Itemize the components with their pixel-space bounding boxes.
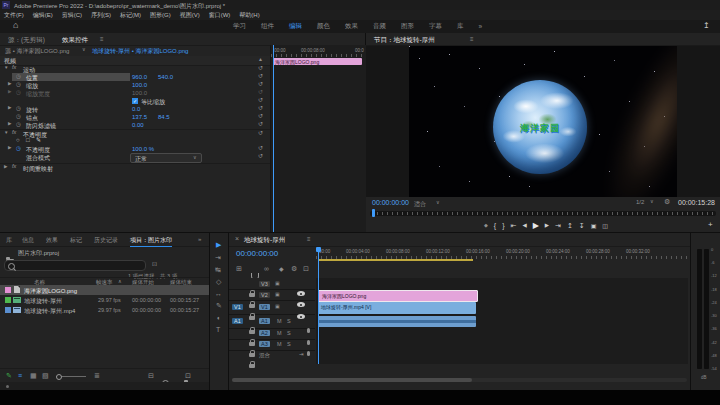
step-back-icon[interactable]: ◀ bbox=[522, 223, 526, 229]
workspace-tab-editing[interactable]: 编辑 bbox=[289, 22, 302, 31]
step-forward-icon[interactable]: ▶ bbox=[545, 223, 549, 229]
panel-menu-icon[interactable]: ≡ bbox=[470, 36, 474, 42]
tab-program-monitor[interactable]: 节目：地球旋转-厚州 bbox=[374, 36, 435, 45]
play-button-icon[interactable]: ▶ bbox=[533, 222, 539, 230]
track-header-v2[interactable]: V2 ▣ bbox=[229, 290, 315, 301]
monitor-settings-icon[interactable]: ⚙ bbox=[664, 198, 670, 205]
reset-icon[interactable]: ↺ bbox=[258, 73, 263, 79]
workspace-tab-audio[interactable]: 音频 bbox=[373, 22, 386, 31]
ec-opacity-value[interactable]: 100.0 % bbox=[132, 146, 154, 152]
ec-rotation-value[interactable]: 0.0 bbox=[132, 106, 140, 112]
mute-button[interactable]: M bbox=[277, 341, 282, 347]
comparison-view-icon[interactable]: ◫ bbox=[602, 223, 608, 229]
mini-clip-logo[interactable]: 海洋家园LOGO.png bbox=[273, 58, 362, 65]
sync-lock-icon[interactable]: ▣ bbox=[275, 292, 280, 297]
icon-view-icon[interactable]: ▦ bbox=[30, 372, 37, 379]
tab-markers[interactable]: 标记 bbox=[70, 236, 82, 245]
label-color-chip[interactable] bbox=[5, 287, 11, 293]
mute-button[interactable]: M bbox=[277, 330, 282, 336]
menu-sequence[interactable]: 序列(S) bbox=[91, 11, 111, 20]
ec-antiflicker-value[interactable]: 0.00 bbox=[132, 122, 144, 128]
fx-badge-icon[interactable]: fx bbox=[12, 65, 16, 71]
track-lock-icon[interactable] bbox=[249, 364, 255, 368]
timeline-ruler[interactable]: 00:00 00:00:04:00 00:00:08:00 00:00:12:0… bbox=[316, 247, 688, 260]
go-to-out-icon[interactable]: ⇥ bbox=[555, 222, 561, 229]
ec-time-remap-label[interactable]: 时间重映射 bbox=[23, 165, 53, 174]
twirl-closed-icon[interactable]: ▶ bbox=[8, 122, 11, 127]
source-patch-v1[interactable]: V1 bbox=[232, 304, 243, 310]
work-area-bar[interactable] bbox=[318, 259, 473, 261]
program-playhead[interactable] bbox=[372, 209, 375, 217]
reset-icon[interactable]: ↺ bbox=[258, 145, 263, 151]
workspace-tab-captions[interactable]: 字幕 bbox=[429, 22, 442, 31]
fit-sequence-icon[interactable]: ⇥ bbox=[299, 352, 304, 358]
timeline-settings-icon[interactable]: ⚙ bbox=[291, 265, 297, 272]
ec-playhead[interactable] bbox=[273, 45, 274, 232]
extract-icon[interactable]: ↧ bbox=[579, 222, 585, 229]
fx-badge-icon[interactable]: fx bbox=[12, 130, 16, 136]
quick-export-icon[interactable]: ↥ bbox=[703, 22, 710, 30]
chevron-down-icon[interactable]: ∨ bbox=[650, 199, 654, 204]
reset-icon[interactable]: ↺ bbox=[258, 113, 263, 119]
panel-menu-icon[interactable]: ≡ bbox=[307, 236, 311, 242]
solo-button[interactable]: S bbox=[287, 341, 291, 347]
caption-track-icon[interactable]: ⊡ bbox=[303, 265, 309, 272]
twirl-closed-icon[interactable]: ▶ bbox=[4, 165, 7, 170]
tab-timeline-sequence[interactable]: 地球旋转-厚州 bbox=[244, 236, 285, 245]
tab-effects[interactable]: 效果 bbox=[46, 236, 58, 245]
panel-overflow-icon[interactable]: » bbox=[198, 236, 201, 242]
label-color-chip[interactable] bbox=[5, 307, 11, 313]
workspace-tab-libraries[interactable]: 库 bbox=[457, 22, 464, 31]
stopwatch-icon[interactable]: ◷ bbox=[16, 146, 21, 152]
track-header-v3[interactable]: V3 ▣ bbox=[229, 279, 315, 290]
track-header-master[interactable]: 混合 ⇥ bbox=[229, 351, 315, 361]
twirl-open-icon[interactable]: ▼ bbox=[4, 66, 8, 71]
timeline-playhead[interactable] bbox=[318, 247, 319, 364]
sync-lock-icon[interactable]: ▣ bbox=[275, 281, 280, 286]
scrollbar-thumb[interactable] bbox=[232, 378, 472, 382]
label-color-chip[interactable] bbox=[5, 297, 11, 303]
ec-anchor-x[interactable]: 137.5 bbox=[132, 114, 147, 120]
track-header-a2[interactable]: A2 M S bbox=[229, 329, 315, 340]
ec-position-y[interactable]: 540.0 bbox=[158, 74, 173, 80]
twirl-closed-icon[interactable]: ▶ bbox=[8, 106, 11, 111]
solo-button[interactable]: S bbox=[287, 318, 291, 324]
tab-libraries[interactable]: 库 bbox=[6, 236, 12, 245]
mute-button[interactable]: M bbox=[277, 318, 282, 324]
uniform-scale-checkbox[interactable]: ✓ bbox=[132, 98, 138, 104]
selection-tool-icon[interactable]: ▶ bbox=[216, 241, 221, 248]
track-header-v1[interactable]: V1 V1 ▣ bbox=[229, 301, 315, 315]
search-input[interactable] bbox=[4, 260, 146, 271]
fit-dropdown[interactable]: 适合 ∨ bbox=[412, 198, 446, 207]
home-icon[interactable]: ⌂ bbox=[13, 21, 18, 30]
list-view-icon[interactable]: ≡ bbox=[18, 372, 22, 379]
stopwatch-icon[interactable]: ◷ bbox=[16, 82, 21, 88]
reset-icon[interactable]: ↺ bbox=[258, 81, 263, 87]
menu-markers[interactable]: 标记(M) bbox=[120, 11, 141, 20]
reset-icon[interactable]: ↺ bbox=[258, 153, 263, 159]
project-row-sequence[interactable]: 地球旋转-厚州 29.97 fps 00:00:00:00 00:00:15:2… bbox=[0, 295, 209, 305]
track-target-a1[interactable]: A1 bbox=[259, 318, 270, 324]
export-frame-icon[interactable]: ▣ bbox=[591, 223, 597, 229]
insert-nest-icon[interactable]: ⊞ bbox=[236, 265, 242, 272]
fx-badge-icon[interactable]: fx bbox=[12, 164, 16, 170]
twirl-closed-icon[interactable]: ▶ bbox=[8, 146, 11, 151]
slip-tool-icon[interactable]: ↔ bbox=[215, 290, 222, 297]
ec-master-clip[interactable]: 源 • 海洋家园LOGO.png bbox=[5, 47, 69, 56]
ellipse-mask-icon[interactable]: ○ bbox=[16, 137, 20, 143]
stopwatch-icon[interactable]: ◷ bbox=[16, 122, 21, 128]
add-marker-icon[interactable]: ◆ bbox=[484, 223, 488, 228]
track-header-a1[interactable]: A1 A1 M S bbox=[229, 315, 315, 329]
zoom-slider[interactable] bbox=[56, 376, 86, 377]
sort-icon[interactable]: ≣ bbox=[94, 372, 100, 379]
lift-icon[interactable]: ↥ bbox=[567, 222, 573, 229]
clip-v2-logo[interactable]: 海洋家园LOGO.png bbox=[318, 290, 478, 302]
project-row-logo[interactable]: 海洋家园LOGO.png bbox=[0, 285, 209, 295]
pen-mask-icon[interactable]: ✎ bbox=[36, 137, 41, 143]
ec-anchor-y[interactable]: 84.5 bbox=[158, 114, 170, 120]
stopwatch-icon[interactable]: ◷ bbox=[16, 106, 21, 112]
stopwatch-icon[interactable]: ◷ bbox=[16, 114, 21, 120]
close-panel-icon[interactable]: × bbox=[235, 235, 239, 242]
chevron-down-icon[interactable]: ∨ bbox=[82, 47, 86, 52]
mark-out-icon[interactable]: } bbox=[502, 222, 504, 229]
